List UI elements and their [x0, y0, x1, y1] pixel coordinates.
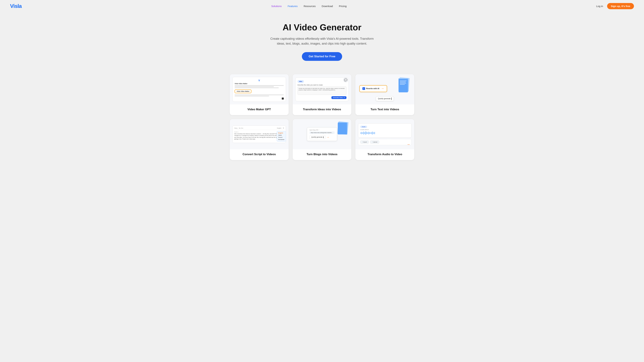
- audio-bar: [360, 132, 361, 134]
- audio-bottom-panel: ↑ Import ↑ Upload: [358, 139, 412, 145]
- blog-gen-label: Quickly generate: [311, 136, 323, 138]
- scene-label: Scene 1: [234, 131, 284, 133]
- card-video-maker-gpt: V Visla Video Maker Visla Video Maker: [230, 74, 289, 115]
- script-header: Story 0m 21s English ▼: [234, 127, 284, 130]
- doc-line: [400, 81, 406, 81]
- audio-top-panel: Audio Curate with AI: [358, 123, 412, 138]
- visla-v-icon: V: [258, 79, 260, 82]
- ideas-screen: Idea Describe the video you want to crea…: [295, 77, 349, 101]
- audio-tag: Audio: [360, 126, 367, 128]
- audio-visual-content: Audio Curate with AI: [355, 121, 414, 148]
- hero-title: AI Video Generator: [3, 22, 641, 32]
- brand-logo[interactable]: Visla: [10, 3, 22, 9]
- card-turn-blogs: Input blog URL * https://www.visla.us/bl…: [293, 119, 352, 160]
- navbar: Visla Solutions Features Resources Downl…: [0, 0, 644, 12]
- card-label-gpt[interactable]: Video Maker GPT: [230, 104, 289, 115]
- doc-line: [400, 83, 406, 83]
- gpt-screen: V Visla Video Maker Visla Video Maker: [232, 77, 286, 102]
- cursor-icon: [323, 136, 324, 138]
- rewrite-badge: ✓ Rewrite with AI →: [360, 85, 387, 92]
- rewrite-badge-container: ✓ Rewrite with AI →: [360, 85, 387, 92]
- gpt-more-lines: [234, 94, 284, 99]
- audio-bar: [361, 132, 362, 134]
- audio-bar: [369, 132, 370, 134]
- lang-italian[interactable]: Italian: [278, 134, 284, 136]
- audio-bar: [370, 132, 371, 134]
- gpt-visual-content: V Visla Video Maker Visla Video Maker: [230, 74, 289, 104]
- audio-upload-button[interactable]: ↑ Upload: [370, 140, 379, 144]
- rewrite-arrow-icon: →: [381, 87, 384, 90]
- signup-button[interactable]: Sign up, It's free: [607, 3, 634, 9]
- blog-input-area: Input blog URL * https://www.visla.us/bl…: [307, 127, 337, 141]
- script-duration: 0m 21s: [239, 127, 243, 129]
- lang-romanian[interactable]: Romanian: [278, 138, 284, 141]
- audio-bar: [371, 132, 372, 134]
- curate-label: Curate with AI: [360, 129, 368, 130]
- gpt-line: [234, 87, 279, 88]
- chat-icon: 💬: [343, 78, 348, 82]
- idea-tag: Idea: [298, 80, 304, 83]
- nav-pricing[interactable]: Pricing: [339, 5, 347, 7]
- doc-line: [400, 84, 405, 85]
- nav-features[interactable]: Features: [288, 5, 298, 7]
- generate-video-button[interactable]: Generate Video ▼: [332, 96, 346, 99]
- audio-bar: [363, 132, 364, 135]
- cards-section: V Visla Video Maker Visla Video Maker: [0, 67, 644, 170]
- doc-line: [400, 82, 406, 82]
- card-visual-audio: Audio Curate with AI: [355, 119, 414, 149]
- gpt-line: [234, 94, 284, 95]
- card-label-script[interactable]: Convert Script to Videos: [230, 149, 289, 160]
- gpt-badge: Visla Video Maker: [234, 89, 252, 93]
- rewrite-label: Rewrite with AI: [366, 87, 379, 89]
- audio-bar: [366, 132, 367, 134]
- script-scene: Scene 1 Who remembers this infamous Styr…: [234, 131, 284, 140]
- nav-resources[interactable]: Resources: [304, 5, 316, 7]
- gpt-text-lines: [234, 85, 284, 88]
- gpt-line: [234, 96, 269, 96]
- cursor-icon: [392, 97, 392, 100]
- nav-solutions[interactable]: Solutions: [271, 5, 282, 7]
- lang-english[interactable]: English: [278, 132, 284, 134]
- card-visual-script: Story 0m 21s English ▼ Scene 1 Who remem…: [230, 119, 289, 149]
- card-label-ideas[interactable]: Transform Ideas into Videos: [293, 104, 352, 115]
- scene-text: Who remembers this infamous Styrofoam co…: [234, 133, 284, 140]
- quick-gen-badge: Quickly generate: [376, 96, 394, 101]
- audio-import-button[interactable]: ↑ Import: [360, 140, 369, 144]
- idea-textarea: Include any information to help tailor t…: [298, 86, 347, 95]
- quick-gen-label: Quickly generate: [378, 97, 390, 99]
- audio-bar: [364, 132, 365, 134]
- blog-arrow-icon: →: [326, 136, 329, 139]
- language-dropdown[interactable]: English Italian French Romanian: [277, 131, 286, 141]
- audio-curate-row: Curate with AI: [360, 129, 410, 130]
- text-doc-stack: [398, 78, 409, 93]
- blog-gen-badge: Quickly generate: [310, 135, 326, 139]
- blog-doc-stack: [336, 122, 348, 137]
- card-visual-text: ✓ Rewrite with AI → Quickly generate: [355, 74, 414, 104]
- script-lang: English: [277, 127, 281, 129]
- lang-french[interactable]: French: [278, 136, 284, 138]
- card-transform-audio: Audio Curate with AI: [355, 119, 414, 160]
- cards-grid: V Visla Video Maker Visla Video Maker: [230, 74, 414, 160]
- gpt-icon-square: [282, 97, 284, 99]
- login-link[interactable]: Log in: [596, 5, 603, 7]
- idea-label: Describe the video you want to create: [298, 84, 347, 86]
- gpt-line: [234, 86, 274, 87]
- blog-url-label: Input blog URL *: [310, 129, 334, 131]
- card-label-audio[interactable]: Transform Audio to Video: [355, 149, 414, 160]
- ideas-visual-content: Idea Describe the video you want to crea…: [293, 75, 352, 104]
- blog-url-value[interactable]: https://www.visla.us/blog/video-marketin…: [310, 131, 334, 134]
- dropdown-arrow-icon: ▼: [283, 127, 284, 129]
- script-story-label: Story: [234, 127, 238, 129]
- get-started-button[interactable]: Get Started for Free: [302, 52, 342, 61]
- hero-section: AI Video Generator Create captivating vi…: [0, 12, 644, 67]
- audio-arrow-icon: →: [406, 142, 410, 147]
- audio-waveform: [360, 131, 410, 135]
- card-label-text[interactable]: Turn Text into Videos: [355, 104, 414, 115]
- generate-btn-label: Generate Video: [333, 97, 343, 98]
- nav-download[interactable]: Download: [322, 5, 333, 7]
- blog-doc-sheet-3: [338, 123, 347, 134]
- hero-description: Create captivating videos effortlessly w…: [270, 36, 374, 46]
- audio-bar: [365, 131, 366, 135]
- card-label-blogs[interactable]: Turn Blogs into Videos: [293, 149, 352, 160]
- gpt-line: [234, 85, 284, 86]
